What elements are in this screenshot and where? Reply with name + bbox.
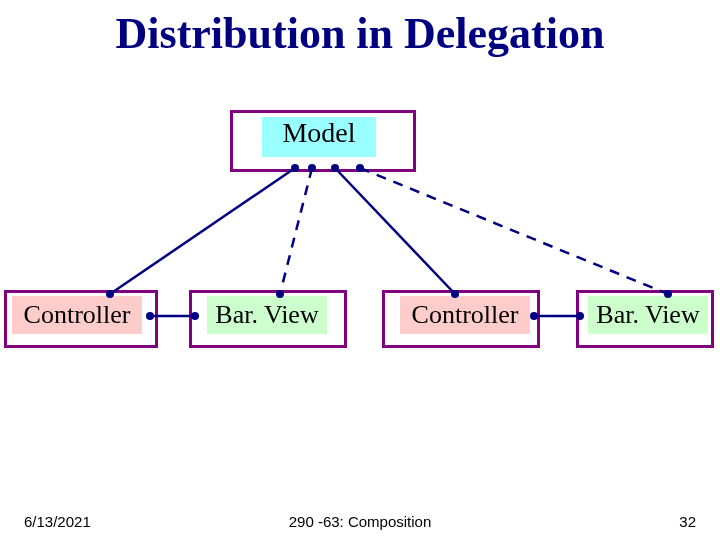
slide-title: Distribution in Delegation [0, 8, 720, 59]
slide: Distribution in Delegation Model Control… [0, 0, 720, 540]
controller1-label: Controller [12, 296, 142, 334]
connector-lines [0, 0, 720, 540]
controller2-label: Controller [400, 296, 530, 334]
barview2-label: Bar. View [588, 296, 708, 334]
svg-line-6 [335, 168, 455, 294]
svg-line-0 [110, 168, 295, 294]
model-label: Model [262, 117, 376, 157]
footer-page: 32 [679, 513, 696, 530]
barview1-label: Bar. View [207, 296, 327, 334]
svg-line-3 [280, 168, 312, 294]
svg-line-9 [360, 168, 668, 294]
footer-center: 290 -63: Composition [0, 513, 720, 530]
